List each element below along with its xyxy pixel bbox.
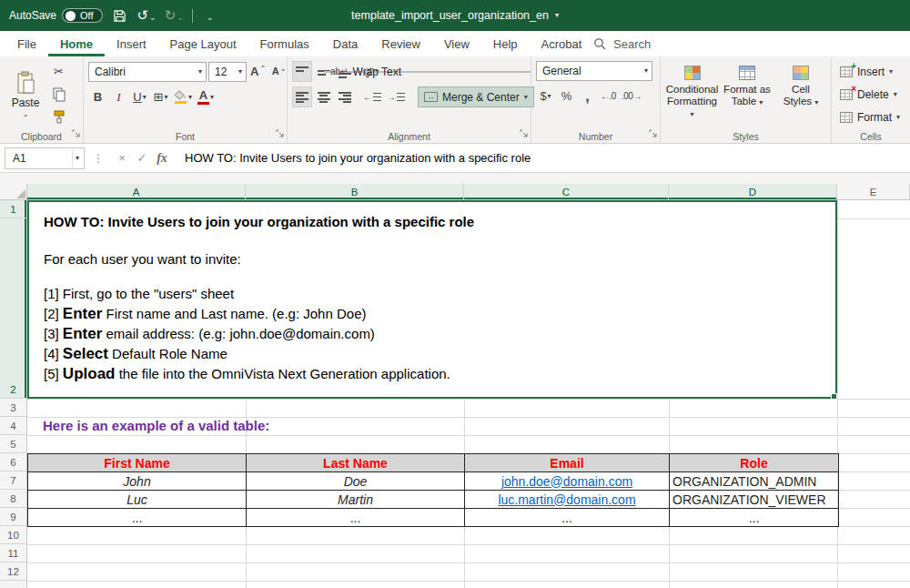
format-cells-button[interactable]: Format ▾ — [836, 106, 904, 127]
conditional-formatting-button[interactable]: Conditional Formatting ▾ — [665, 61, 719, 128]
row-header-11[interactable]: 11 — [0, 544, 27, 563]
cell-email[interactable]: john.doe@domain.com — [465, 472, 670, 491]
decrease-indent-button[interactable]: ← — [361, 86, 383, 107]
borders-dropdown-icon[interactable]: ▾ — [164, 94, 167, 101]
cut-button[interactable]: ✂ — [49, 61, 68, 82]
comma-style-button[interactable]: , — [578, 86, 597, 106]
row-header-10[interactable]: 10 — [0, 526, 27, 544]
header-first-name[interactable]: First Name — [28, 454, 247, 472]
cell-first-name[interactable]: John — [28, 472, 247, 491]
row-header-12[interactable]: 12 — [0, 563, 27, 581]
row-header-6[interactable]: 6 — [0, 453, 27, 471]
formula-bar-value[interactable]: HOW TO: Invite Users to join your organi… — [185, 151, 531, 165]
insert-dropdown-icon[interactable]: ▾ — [889, 68, 893, 76]
increase-indent-button[interactable]: → — [385, 86, 407, 107]
cell-first-name[interactable]: Luc — [28, 491, 247, 509]
cell-role[interactable]: ORGANIZATION_ADMIN — [670, 472, 839, 491]
paste-dropdown-icon[interactable]: ⌄ — [23, 111, 29, 118]
delete-dropdown-icon[interactable]: ▾ — [894, 91, 897, 98]
format-painter-button[interactable] — [49, 106, 68, 127]
font-size-dropdown-icon[interactable]: ▾ — [238, 68, 242, 76]
cell-last-name[interactable]: Martin — [247, 491, 465, 509]
cell-ellipsis[interactable]: ... — [670, 509, 839, 527]
redo-button[interactable]: ↻ ⌄ — [165, 5, 184, 26]
format-as-table-button[interactable]: Format as Table ▾ — [722, 61, 773, 128]
tab-insert[interactable]: Insert — [105, 31, 158, 56]
bold-button[interactable]: B — [88, 86, 107, 107]
align-left-button[interactable] — [292, 86, 312, 107]
copy-button[interactable] — [49, 84, 68, 105]
align-top-button[interactable] — [292, 61, 312, 82]
save-button[interactable] — [111, 5, 129, 26]
tab-formulas[interactable]: Formulas — [248, 31, 321, 56]
delete-cells-button[interactable]: × Delete ▾ — [836, 84, 904, 105]
column-header-d[interactable]: D — [669, 184, 837, 199]
cell-a4-caption[interactable]: Here is an example of a valid table: — [43, 417, 269, 435]
row-header-3[interactable]: 3 — [0, 399, 27, 417]
header-email[interactable]: Email — [465, 454, 670, 472]
cell-styles-button[interactable]: Cell Styles ▾ — [775, 61, 826, 128]
cell-ellipsis[interactable]: ... — [28, 509, 247, 527]
row-header-2[interactable]: 2 — [0, 218, 27, 399]
font-family-dropdown-icon[interactable]: ▾ — [198, 68, 202, 76]
font-color-button[interactable]: A ▾ — [196, 86, 216, 107]
column-header-c[interactable]: C — [464, 184, 669, 199]
tab-data[interactable]: Data — [321, 31, 369, 56]
column-header-b[interactable]: B — [246, 184, 464, 199]
row-header-8[interactable]: 8 — [0, 490, 27, 508]
header-last-name[interactable]: Last Name — [247, 454, 465, 472]
percent-style-button[interactable]: % — [557, 86, 576, 106]
row-header-5[interactable]: 5 — [0, 435, 27, 453]
tab-help[interactable]: Help — [481, 31, 530, 56]
fill-color-button[interactable]: ▾ — [172, 86, 194, 107]
autosave-switch[interactable]: Off — [62, 8, 102, 23]
row-header-9[interactable]: 9 — [0, 508, 27, 526]
merge-center-button[interactable]: ↔ Merge & Center ▾ — [418, 86, 534, 107]
underline-dropdown-icon[interactable]: ▾ — [143, 94, 147, 101]
row-header-13-partial[interactable] — [0, 581, 27, 588]
cell-ellipsis[interactable]: ... — [465, 509, 670, 527]
undo-button[interactable]: ↺ ⌄ — [137, 5, 157, 26]
qat-customize-button[interactable]: ⌄ — [201, 5, 219, 26]
accounting-format-button[interactable]: $▾ — [536, 86, 555, 106]
tab-home[interactable]: Home — [48, 31, 105, 56]
cell-role[interactable]: ORGANIZATION_VIEWER — [670, 491, 839, 509]
font-color-dropdown-icon[interactable]: ▾ — [210, 94, 214, 101]
row-header-7[interactable]: 7 — [0, 471, 27, 490]
name-box-dropdown-icon[interactable]: ▾ — [72, 150, 82, 167]
italic-button[interactable]: I — [109, 86, 128, 107]
insert-cells-button[interactable]: + Insert ▾ — [836, 61, 904, 82]
header-role[interactable]: Role — [670, 454, 839, 472]
conditional-formatting-dropdown-icon[interactable]: ▾ — [691, 110, 694, 118]
insert-function-button[interactable]: fx — [152, 147, 172, 169]
redo-dropdown-icon[interactable]: ⌄ — [177, 13, 184, 22]
clipboard-dialog-launcher[interactable] — [72, 127, 80, 140]
number-format-dropdown-icon[interactable]: ▾ — [644, 67, 648, 75]
document-title-dropdown-icon[interactable]: ▾ — [555, 12, 559, 19]
cancel-button[interactable]: × — [112, 147, 132, 169]
borders-button[interactable]: ⊞▾ — [151, 86, 170, 107]
row-header-1[interactable]: 1 — [0, 200, 27, 218]
cell-last-name[interactable]: Doe — [247, 472, 465, 491]
column-header-a[interactable]: A — [27, 184, 246, 199]
wrap-text-button[interactable]: ab↵ Wrap Text — [324, 71, 531, 73]
cell-email[interactable]: luc.martin@domain.com — [465, 491, 670, 509]
cell-styles-dropdown-icon[interactable]: ▾ — [814, 98, 818, 106]
cell-a1-note[interactable]: HOW TO: Invite Users to join your organi… — [27, 200, 837, 399]
number-format-combo[interactable]: General ▾ — [536, 61, 652, 81]
fill-color-dropdown-icon[interactable]: ▾ — [188, 94, 192, 101]
tab-view[interactable]: View — [432, 31, 481, 56]
column-header-e[interactable]: E — [837, 184, 910, 199]
align-center-button[interactable] — [314, 86, 333, 107]
undo-dropdown-icon[interactable]: ⌄ — [149, 13, 157, 22]
align-right-button[interactable] — [335, 86, 354, 107]
underline-button[interactable]: U▾ — [130, 86, 149, 107]
email-link[interactable]: luc.martin@domain.com — [498, 492, 635, 507]
tab-acrobat[interactable]: Acrobat — [530, 31, 594, 56]
decrease-decimal-button[interactable]: .00→ — [620, 86, 643, 106]
tab-file[interactable]: File — [5, 31, 48, 56]
tab-page-layout[interactable]: Page Layout — [158, 31, 248, 56]
formula-bar-drag-handle[interactable]: ⋮ — [93, 152, 104, 165]
selection-fill-handle[interactable] — [831, 393, 837, 400]
enter-button[interactable]: ✓ — [132, 147, 152, 169]
